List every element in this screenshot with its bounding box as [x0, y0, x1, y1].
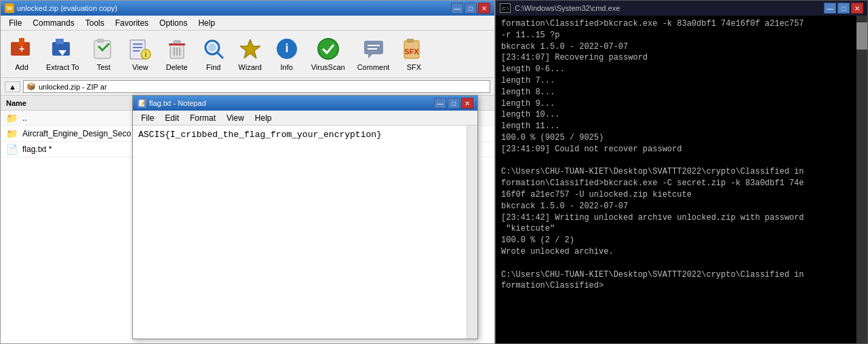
- toolbar-comment-button[interactable]: Comment: [353, 33, 395, 75]
- file-name: ..: [22, 113, 27, 123]
- virusscan-label: VirusScan: [311, 63, 345, 71]
- toolbar-find-button[interactable]: Find: [197, 33, 231, 75]
- notepad-titlebar: 📝 flag.txt - Notepad — □ ✕: [133, 96, 477, 111]
- notepad-menu-help[interactable]: Help: [250, 112, 277, 124]
- winrar-minimize-button[interactable]: —: [451, 3, 463, 14]
- comment-label: Comment: [357, 63, 390, 71]
- address-box: 📦 unlocked.zip - ZIP ar: [23, 80, 490, 93]
- notepad-menu-view[interactable]: View: [221, 112, 250, 124]
- toolbar-extract-button[interactable]: Extract To: [41, 33, 84, 75]
- test-icon: [92, 37, 116, 61]
- svg-text:i: i: [144, 51, 146, 58]
- find-icon: [201, 37, 226, 61]
- address-icon: 📦: [26, 82, 36, 91]
- notepad-content-area[interactable]: ASCIS{I_cribbed_the_flag_from_your_encry…: [133, 126, 467, 339]
- cmd-title: C:\Windows\System32\cmd.exe: [515, 4, 620, 12]
- extract-icon: [50, 37, 75, 61]
- find-label: Find: [206, 63, 220, 71]
- toolbar-delete-button[interactable]: Delete: [160, 33, 194, 75]
- cmd-titlebar: C:\ C:\Windows\System32\cmd.exe — □ ✕: [496, 1, 867, 16]
- notepad-menu-edit[interactable]: Edit: [159, 112, 184, 124]
- toolbar-wizard-button[interactable]: Wizard: [233, 33, 267, 75]
- notepad-maximize-button[interactable]: □: [448, 98, 460, 109]
- toolbar-view-button[interactable]: i View: [123, 33, 157, 75]
- add-icon: +: [9, 37, 34, 61]
- notepad-menubar: File Edit Format View Help: [133, 111, 477, 126]
- svg-line-21: [217, 52, 223, 58]
- menu-options[interactable]: Options: [154, 17, 193, 29]
- cmd-scrollbar-thumb: [856, 22, 867, 50]
- file-name: flag.txt *: [22, 145, 52, 154]
- notepad-window-controls: — □ ✕: [434, 98, 473, 109]
- cmd-app-icon: C:\: [500, 3, 511, 13]
- toolbar-test-button[interactable]: Test: [87, 33, 121, 75]
- toolbar-add-button[interactable]: + Add: [5, 33, 39, 75]
- folder-up-icon: 📁: [6, 113, 18, 123]
- wizard-icon: [238, 37, 262, 61]
- view-icon: i: [128, 37, 153, 61]
- winrar-title: unlocked.zip (evaluation copy): [17, 4, 117, 12]
- cmd-minimize-button[interactable]: —: [824, 3, 836, 14]
- notepad-menu-file[interactable]: File: [136, 112, 159, 124]
- winrar-addressbar: ▲ 📦 unlocked.zip - ZIP ar: [1, 78, 494, 96]
- sfx-icon: SFX: [401, 37, 426, 61]
- svg-rect-30: [368, 45, 380, 46]
- file-name: Aircraft_Engine_Design_Seco: [22, 129, 131, 138]
- svg-point-22: [208, 43, 216, 52]
- nav-up-button[interactable]: ▲: [5, 81, 20, 92]
- winrar-icon: W: [5, 3, 14, 13]
- info-label: Info: [281, 63, 293, 71]
- svg-marker-29: [368, 54, 372, 58]
- svg-rect-9: [133, 43, 142, 45]
- svg-text:+: +: [19, 43, 24, 54]
- svg-rect-11: [133, 50, 140, 52]
- notepad-scrollbar[interactable]: [467, 126, 477, 339]
- menu-file[interactable]: File: [3, 17, 27, 29]
- notepad-title: flag.txt - Notepad: [149, 99, 206, 107]
- svg-rect-16: [174, 41, 180, 43]
- file-txt-icon: 📄: [6, 144, 18, 155]
- svg-rect-33: [407, 39, 414, 43]
- cmd-close-button[interactable]: ✕: [851, 3, 863, 14]
- svg-rect-4: [56, 39, 64, 44]
- extract-label: Extract To: [46, 63, 79, 71]
- winrar-window-controls: — □ ✕: [451, 3, 490, 14]
- menu-tools[interactable]: Tools: [80, 17, 110, 29]
- cmd-maximize-button[interactable]: □: [837, 3, 850, 14]
- address-text: unlocked.zip - ZIP ar: [39, 83, 107, 91]
- svg-rect-10: [133, 47, 142, 48]
- comment-icon: [361, 37, 386, 61]
- menu-commands[interactable]: Commands: [27, 17, 79, 29]
- winrar-close-button[interactable]: ✕: [478, 3, 490, 14]
- toolbar-info-button[interactable]: i Info: [270, 33, 304, 75]
- toolbar-virusscan-button[interactable]: VirusScan: [307, 33, 350, 75]
- cmd-window: C:\ C:\Windows\System32\cmd.exe — □ ✕ fo…: [495, 0, 868, 344]
- svg-marker-23: [240, 39, 260, 58]
- view-label: View: [132, 63, 149, 71]
- delete-icon: [165, 37, 189, 61]
- svg-rect-7: [97, 39, 104, 43]
- notepad-close-button[interactable]: ✕: [461, 98, 473, 109]
- cmd-window-controls: — □ ✕: [824, 3, 863, 14]
- winrar-toolbar: + Add Extract To: [1, 31, 494, 78]
- toolbar-sfx-button[interactable]: SFX SFX: [397, 33, 431, 75]
- wizard-label: Wizard: [239, 63, 262, 71]
- cmd-scrollbar[interactable]: [856, 16, 867, 343]
- cmd-output: formation\Classified>bkcrack.exe -k 83a0…: [496, 16, 856, 343]
- svg-rect-28: [364, 41, 383, 54]
- sfx-label: SFX: [407, 63, 421, 71]
- name-column-header: Name: [6, 99, 26, 107]
- menu-favorites[interactable]: Favorites: [110, 17, 154, 29]
- winrar-titlebar: W unlocked.zip (evaluation copy) — □ ✕: [1, 1, 494, 16]
- winrar-maximize-button[interactable]: □: [465, 3, 477, 14]
- virusscan-icon: [316, 37, 340, 61]
- notepad-app-icon: 📝: [137, 98, 146, 108]
- notepad-menu-format[interactable]: Format: [184, 112, 221, 124]
- winrar-menubar: File Commands Tools Favorites Options He…: [1, 16, 494, 31]
- menu-help[interactable]: Help: [193, 17, 220, 29]
- delete-label: Delete: [166, 63, 188, 71]
- svg-text:SFX: SFX: [405, 47, 420, 56]
- notepad-minimize-button[interactable]: —: [434, 98, 446, 109]
- notepad-window: 📝 flag.txt - Notepad — □ ✕ File Edit For…: [132, 95, 478, 339]
- test-label: Test: [97, 63, 111, 71]
